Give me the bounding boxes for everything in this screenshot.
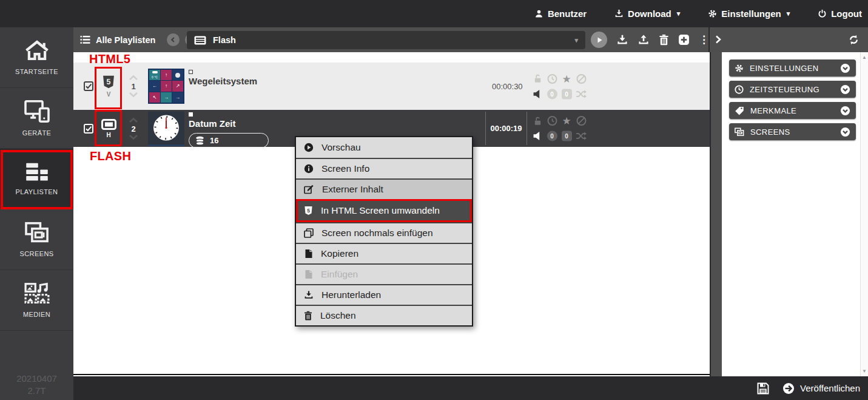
menu-item-in-html-screen-umwandeln[interactable]: 5 In HTML Screen umwandeln (296, 199, 472, 222)
scroll-down-icon[interactable]: ▼ (862, 368, 867, 374)
home-icon (24, 39, 50, 61)
screen-duration: 00:00:19 (485, 112, 527, 145)
type-letter: V (107, 91, 111, 98)
logout-button[interactable]: Logout (818, 8, 862, 19)
accordion-screens[interactable]: SCREENS (729, 123, 856, 140)
settings-menu[interactable]: Einstellungen ▾ (708, 8, 790, 19)
collapse-panel-button[interactable] (715, 35, 722, 44)
html5-icon: 5 (304, 206, 313, 215)
app-version: 20210407 2.7T (0, 373, 73, 397)
thumb-tile: ↑ (161, 81, 172, 91)
playlist-toolbar: Alle Playlisten Flash ▾ ⋮ (73, 27, 868, 52)
menu-item-loeschen[interactable]: Löschen (296, 305, 472, 325)
screen-status-icons: ★ 0 0 (531, 73, 587, 100)
more-options-icon[interactable]: ⋮ (699, 33, 709, 46)
menu-item-label: Vorschau (321, 142, 361, 153)
screen-count-value: 16 (210, 136, 218, 145)
edit-icon (304, 185, 314, 194)
playlist-select[interactable]: Flash ▾ (187, 31, 585, 49)
menu-item-label: Herunterladen (321, 290, 381, 300)
thumb-tile: ↗ (172, 81, 183, 91)
sidebar-item-screens[interactable]: SCREENS (0, 209, 73, 270)
stack-icon (195, 136, 204, 146)
play-circle-icon (304, 143, 314, 152)
select-caret-icon: ▾ (574, 36, 578, 44)
upload-button[interactable] (638, 34, 650, 46)
chevron-down-icon (840, 127, 850, 137)
accordion-merkmale[interactable]: MERKMALE (729, 102, 856, 119)
menu-item-kopieren[interactable]: Kopieren (296, 243, 472, 263)
menu-item-screen-info[interactable]: Screen Info (296, 158, 472, 178)
menu-item-label: Löschen (320, 310, 356, 321)
thumb-tile: ↖ (149, 92, 160, 103)
row-checkbox[interactable] (84, 124, 93, 134)
accordion-zeitsteuerung[interactable]: ZEITSTEUERUNG (729, 81, 856, 98)
thumb-tile: 0 °C (149, 70, 160, 80)
sidebar-item-playlisten[interactable]: PLAYLISTEN (0, 149, 73, 209)
screen-duration: 00:00:30 (492, 82, 523, 91)
repeat-count-badge: 0 (547, 89, 557, 99)
menu-item-vorschau[interactable]: Vorschau (296, 137, 472, 158)
menu-item-label: Einfügen (321, 269, 358, 280)
sidebar-item-label: STARTSEITE (15, 68, 58, 75)
menu-item-label: Screen Info (321, 163, 369, 174)
sidebar-item-medien[interactable]: MEDIEN (0, 270, 73, 331)
refresh-button[interactable] (849, 35, 859, 45)
download-icon (614, 9, 624, 18)
user-menu[interactable]: Benutzer (534, 8, 587, 19)
menu-item-screen-nochmals-einfuegen[interactable]: Screen nochmals einfügen (296, 222, 472, 243)
clock-thumbnail (148, 111, 184, 146)
transition-count-badge: 0 (562, 89, 572, 99)
download-button[interactable] (616, 34, 628, 46)
sidebar-item-startseite[interactable]: STARTSEITE (0, 27, 73, 88)
sidebar-item-label: MEDIEN (23, 311, 50, 318)
audio-icon (533, 132, 542, 141)
delete-button[interactable] (659, 34, 669, 46)
panel-splitter[interactable] (710, 52, 722, 376)
move-up-icon[interactable] (129, 117, 138, 123)
menu-item-herunterladen[interactable]: Herunterladen (296, 284, 472, 305)
settings-menu-label: Einstellungen (721, 8, 781, 19)
toolbar-actions: ⋮ (591, 27, 709, 52)
breadcrumb-label: Alle Playlisten (96, 35, 155, 45)
screen-title: Wegeleitsystem (189, 76, 257, 86)
topbar: Benutzer Download ▾ Einstellungen ▾ Logo… (0, 0, 868, 27)
add-button[interactable] (678, 34, 690, 46)
save-button[interactable] (757, 382, 769, 395)
playlist-row-wegeleitsystem[interactable]: 5 V 1 0 °C ↑ ← ↑ ↗ ↖ → → Wegeleitsystem (73, 63, 710, 110)
download-menu[interactable]: Download ▾ (614, 8, 680, 19)
publish-button[interactable]: Veröffentlichen (782, 382, 860, 395)
order-controls: 2 (124, 117, 143, 140)
play-button[interactable] (591, 32, 607, 48)
paste-icon (304, 269, 313, 279)
tag-icon (735, 106, 744, 115)
logout-label: Logout (831, 8, 862, 19)
version-tag: 2.7T (0, 385, 73, 397)
move-down-icon[interactable] (129, 134, 138, 140)
devices-icon (24, 100, 50, 123)
screen-count-pill[interactable]: 16 (189, 133, 269, 148)
screen-thumbnail[interactable]: 0 °C ↑ ← ↑ ↗ ↖ → → (148, 69, 184, 104)
disabled-icon (576, 73, 587, 84)
menu-item-einfuegen: Einfügen (296, 263, 472, 284)
menu-item-externer-inhalt[interactable]: Externer Inhalt (296, 178, 472, 199)
move-down-icon[interactable] (129, 92, 138, 98)
panel-scrollbar[interactable]: ▲ ▼ (860, 52, 868, 376)
chevron-down-icon (840, 84, 850, 95)
user-icon (534, 9, 543, 18)
accordion-einstellungen[interactable]: EINSTELLUNGEN (729, 59, 856, 76)
version-date: 20210407 (0, 373, 73, 385)
repeat-count-badge: 0 (547, 131, 557, 141)
thumb-tile: ↑ (161, 70, 172, 80)
copy-icon (304, 249, 313, 259)
row-checkbox[interactable] (84, 81, 93, 91)
move-up-icon[interactable] (129, 75, 138, 81)
scroll-up-icon[interactable]: ▲ (862, 55, 867, 60)
arrow-right-circle-icon (782, 382, 795, 395)
power-icon (818, 9, 827, 18)
screen-thumbnail[interactable] (148, 111, 184, 146)
back-button[interactable] (167, 33, 180, 46)
screen-status-icons: ★ 0 0 (531, 115, 587, 142)
sidebar-item-geraete[interactable]: GERÄTE (0, 88, 73, 149)
svg-text:5: 5 (107, 78, 111, 86)
